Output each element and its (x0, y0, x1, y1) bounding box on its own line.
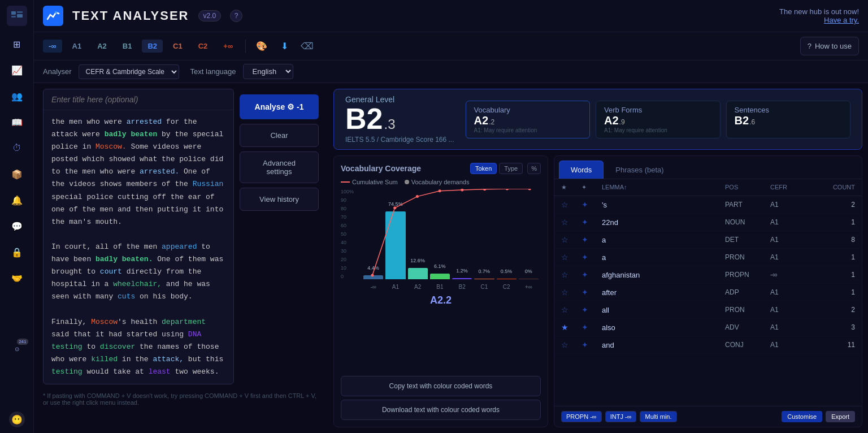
special-icon[interactable]: ✦ (581, 270, 602, 279)
help-button[interactable]: ? (230, 10, 242, 22)
view-history-button[interactable]: View history (240, 188, 319, 211)
star-icon[interactable]: ☆ (561, 288, 581, 297)
bar-C1[interactable]: 0.7% (474, 279, 494, 279)
bar--∞[interactable]: 4.4% (363, 275, 383, 279)
star-icon[interactable]: ☆ (561, 305, 581, 314)
word-pos: CONJ (725, 341, 770, 349)
download-button[interactable]: ⬇ (275, 37, 293, 55)
word-count: 11 (815, 341, 855, 349)
star-icon[interactable]: ☆ (561, 200, 581, 209)
table-row[interactable]: ☆ ✦ afghanistan PROPN -∞ 1 (554, 266, 862, 284)
special-icon[interactable]: ✦ (581, 288, 602, 297)
words-table-body[interactable]: ☆ ✦ 's PART A1 2 ☆ ✦ 22nd NOUN A1 1 ☆ ✦ … (554, 196, 862, 406)
title-input[interactable] (44, 89, 233, 110)
bar-+∞[interactable]: 0% (519, 279, 539, 279)
eraser-button[interactable]: ⌫ (298, 37, 316, 55)
special-icon[interactable]: ✦ (581, 200, 602, 209)
score-card-vocabulary[interactable]: Vocabulary A2 .2 A1: May require attenti… (466, 101, 590, 138)
toolbar-divider-1 (245, 40, 246, 53)
bar-B2[interactable]: 1.2% (452, 278, 472, 279)
cefr-a2-button[interactable]: A2 (92, 40, 112, 53)
text-editor: the men who were arrested for the attack… (43, 89, 234, 384)
tab-phrases[interactable]: Phrases (beta) (604, 161, 675, 179)
analyse-button[interactable]: Analyse ⚙ -1 (240, 94, 319, 119)
table-row[interactable]: ☆ ✦ a DET A1 8 (554, 231, 862, 249)
star-icon[interactable]: ☆ (561, 235, 581, 244)
table-row[interactable]: ☆ ✦ all PRON A1 2 (554, 301, 862, 319)
export-button[interactable]: Export (826, 411, 855, 422)
advanced-settings-button[interactable]: Advanced settings (240, 151, 319, 183)
vocab-section: Vocabulary Coverage Token Type % Cumulat… (333, 155, 862, 427)
cefr-a1-button[interactable]: A1 (67, 40, 88, 53)
sidebar-item-analytics[interactable]: 📈 (9, 62, 25, 78)
clear-button[interactable]: Clear (240, 124, 319, 147)
footer-intj-badge[interactable]: INTJ -∞ (605, 411, 637, 422)
copy-colour-button[interactable]: Copy text with colour coded words (341, 376, 541, 396)
level-decimal: .3 (384, 116, 395, 132)
token-toggle[interactable]: Token (470, 163, 497, 174)
sidebar-item-security[interactable]: 🔒 (9, 244, 25, 260)
star-icon[interactable]: ☆ (561, 218, 581, 227)
tab-words[interactable]: Words (559, 161, 604, 179)
cefr-inf-button[interactable]: -∞ (43, 40, 62, 53)
special-icon[interactable]: ✦ (581, 253, 602, 262)
special-icon[interactable]: ✦ (581, 323, 602, 332)
table-row[interactable]: ☆ ✦ 22nd NOUN A1 1 (554, 214, 862, 231)
special-icon[interactable]: ✦ (581, 218, 602, 227)
cefr-b2-button[interactable]: B2 (142, 40, 163, 53)
cefr-b1-button[interactable]: B1 (117, 40, 138, 53)
sidebar-item-packages[interactable]: 📦 (9, 166, 25, 182)
star-icon[interactable]: ☆ (561, 340, 581, 349)
pct-button[interactable]: % (527, 163, 541, 174)
star-icon[interactable]: ☆ (561, 270, 581, 279)
table-row[interactable]: ☆ ✦ and CONJ A1 11 (554, 336, 862, 354)
table-row[interactable]: ☆ ✦ a PRON A1 1 (554, 249, 862, 266)
score-card-verb-forms[interactable]: Verb Forms A2 .9 A1: May require attenti… (596, 101, 720, 138)
left-actions: the men who were arrested for the attack… (43, 89, 319, 384)
sidebar-item-chat[interactable]: 💬 (9, 218, 25, 234)
special-icon[interactable]: ✦ (581, 305, 602, 314)
analyser-row: Analyser CEFR & Cambridge Scale Text lan… (34, 60, 868, 83)
sidebar-item-users[interactable]: 👥 (9, 88, 25, 104)
table-row[interactable]: ★ ✦ also ADV A1 3 (554, 319, 862, 336)
bar-A1[interactable]: 74.5% (385, 211, 405, 279)
footer-propn-badge[interactable]: PROPN -∞ (561, 411, 602, 422)
star-icon[interactable]: ☆ (561, 253, 581, 262)
how-to-use-button[interactable]: ? How to use (800, 37, 859, 55)
bar-A2[interactable]: 12.6% (408, 268, 428, 279)
special-icon[interactable]: ✦ (581, 340, 602, 349)
text-content[interactable]: the men who were arrested for the attack… (44, 110, 233, 384)
bar-xlabel--∞: -∞ (363, 284, 383, 290)
version-badge[interactable]: v2.0 (198, 10, 222, 21)
sidebar-item-library[interactable]: 📖 (9, 114, 25, 130)
cefr-c2-button[interactable]: C2 (193, 40, 214, 53)
chart-header: Vocabulary Coverage Token Type % (341, 163, 541, 174)
sidebar-badge-count[interactable]: ⊙ 241 (9, 341, 25, 357)
notice-link[interactable]: Have a try. (824, 16, 859, 24)
cefr-c1-button[interactable]: C1 (167, 40, 188, 53)
vocabulary-card-title: Vocabulary (474, 106, 581, 114)
bar-B1[interactable]: 6.1% (430, 274, 450, 279)
sidebar-item-notifications[interactable]: 🔔 (9, 192, 25, 208)
notice-text: The new hub is out now! (779, 7, 859, 16)
sidebar-item-history[interactable]: ⏱ (9, 140, 25, 156)
analyser-select[interactable]: CEFR & Cambridge Scale (79, 64, 179, 79)
type-toggle[interactable]: Type (499, 163, 523, 174)
star-icon[interactable]: ★ (561, 323, 581, 332)
footer-multi-badge[interactable]: Multi min. (640, 411, 676, 422)
bar-pct-+∞: 0% (519, 269, 539, 274)
user-avatar[interactable]: 😶 (9, 412, 25, 427)
sidebar-item-home[interactable]: ⊞ (9, 36, 25, 52)
cefr-plus-button[interactable]: +∞ (218, 40, 238, 53)
download-colour-button[interactable]: Download text with colour coded words (341, 400, 541, 420)
customise-button[interactable]: Customise (782, 411, 822, 422)
table-row[interactable]: ☆ ✦ after ADP A1 1 (554, 284, 862, 301)
language-select[interactable]: English (243, 64, 293, 79)
score-card-sentences[interactable]: Sentences B2 .6 (726, 101, 850, 138)
table-row[interactable]: ☆ ✦ 's PART A1 2 (554, 196, 862, 214)
header-lemma[interactable]: LEMMA↑ (602, 184, 725, 191)
sidebar-item-integrations[interactable]: 🤝 (9, 270, 25, 286)
palette-button[interactable]: 🎨 (253, 37, 271, 55)
bar-C2[interactable]: 0.5% (497, 279, 517, 279)
special-icon[interactable]: ✦ (581, 235, 602, 244)
